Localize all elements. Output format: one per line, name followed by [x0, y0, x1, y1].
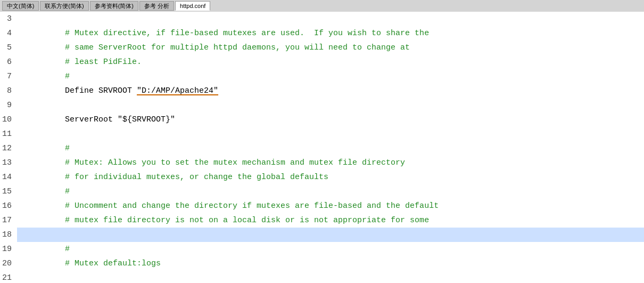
code-line-15: # Uncomment and change the directory if …: [17, 184, 644, 199]
tab-chinese[interactable]: 中文(简体): [2, 1, 39, 11]
line-num-11: 11: [0, 127, 12, 141]
line-num-7: 7: [0, 69, 12, 84]
tab-httpd[interactable]: httpd.conf: [175, 1, 210, 11]
code-block: 3 4 5 6 7 8 9 10 11 12 13 14 15 16 17 18…: [0, 12, 644, 283]
line-num-5: 5: [0, 41, 12, 55]
line-num-14: 14: [0, 170, 12, 184]
line-num-4: 4: [0, 26, 12, 41]
tab-reference[interactable]: 参考资料(简体): [90, 1, 138, 11]
code-line-7: Define SRVROOT "D:/AMP/Apache24": [17, 69, 644, 84]
line-num-18: 18: [0, 228, 12, 242]
code-line-6: #: [17, 55, 644, 69]
code-line-3: # Mutex directive, if file-based mutexes…: [17, 12, 644, 26]
code-line-10: [17, 112, 644, 127]
code-line-5: # least PidFile.: [17, 41, 644, 55]
code-line-20: [17, 256, 644, 271]
code-line-12: # Mutex: Allows you to set the mutex mec…: [17, 141, 644, 156]
code-line-13: # for individual mutexes, or change the …: [17, 156, 644, 170]
code-line-19: # Mutex default:logs: [17, 242, 644, 256]
code-line-21: #: [17, 271, 644, 283]
line-num-17: 17: [0, 213, 12, 228]
code-line-18: #: [17, 228, 644, 242]
line-num-3: 3: [0, 12, 12, 26]
code-line-16: # mutex file directory is not on a local…: [17, 199, 644, 213]
line-num-6: 6: [0, 55, 12, 69]
code-line-11: #: [17, 127, 644, 141]
code-area: 3 4 5 6 7 8 9 10 11 12 13 14 15 16 17 18…: [0, 12, 644, 283]
line-num-15: 15: [0, 184, 12, 199]
tab-analysis[interactable]: 参考 分析: [139, 1, 174, 11]
code-line-17: # other reason.: [17, 213, 644, 228]
code-line-4: # same ServerRoot for multiple httpd dae…: [17, 26, 644, 41]
code-line-14: #: [17, 170, 644, 184]
line-num-20: 20: [0, 256, 12, 271]
line-numbers: 3 4 5 6 7 8 9 10 11 12 13 14 15 16 17 18…: [0, 12, 15, 283]
tab-bar: 中文(简体) 联系方便(简体) 参考资料(简体) 参考 分析 httpd.con…: [0, 0, 644, 12]
code-line-9: ServerRoot "${SRVROOT}": [17, 98, 644, 112]
line-num-10: 10: [0, 112, 12, 127]
code-lines: # Mutex directive, if file-based mutexes…: [15, 12, 644, 283]
line-num-12: 12: [0, 141, 12, 156]
line-num-19: 19: [0, 242, 12, 256]
tab-contact[interactable]: 联系方便(简体): [40, 1, 88, 11]
line-num-13: 13: [0, 156, 12, 170]
line-num-9: 9: [0, 98, 12, 112]
editor-container: 中文(简体) 联系方便(简体) 参考资料(简体) 参考 分析 httpd.con…: [0, 0, 644, 283]
line-num-16: 16: [0, 199, 12, 213]
line-num-8: 8: [0, 84, 12, 98]
line-num-21: 21: [0, 271, 12, 283]
code-line-8: [17, 84, 644, 98]
